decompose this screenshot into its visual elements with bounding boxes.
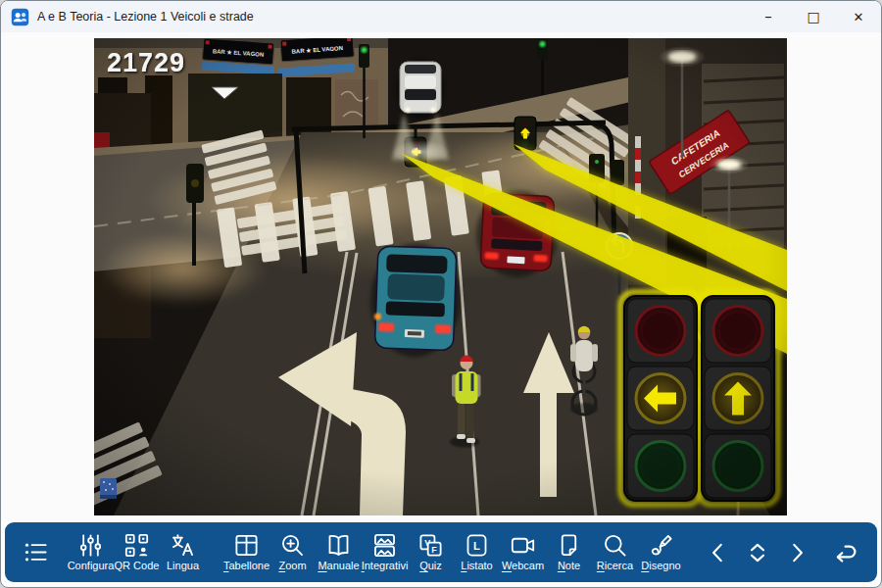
toolbar-label-configura: Configura — [68, 560, 115, 572]
qr-icon — [123, 532, 150, 559]
toolbar-label-note: Note — [558, 560, 580, 572]
toolbar-button-configura[interactable]: Configura — [68, 532, 114, 572]
nav-expand-button[interactable] — [738, 540, 777, 565]
webcam-icon — [510, 532, 536, 559]
toolbar-menu-button[interactable] — [15, 539, 56, 565]
note-icon — [556, 532, 582, 559]
minimize-button[interactable]: – — [746, 1, 791, 32]
svg-text:F: F — [431, 545, 437, 555]
app-icon — [11, 8, 29, 26]
lesson-illustration[interactable]: BAR ★ EL VAGON BAR ★ EL VAGON — [94, 38, 787, 515]
watermark-icon — [100, 478, 117, 499]
vignette — [94, 38, 787, 515]
svg-text:L: L — [473, 540, 480, 552]
lesson-code: 21729 — [107, 48, 185, 77]
images-icon — [371, 532, 398, 559]
sliders-icon — [77, 532, 104, 559]
titlebar: A e B Teoria - Lezione 1 Veicoli e strad… — [1, 1, 881, 32]
nav-previous-button[interactable] — [699, 540, 738, 565]
toolbar-button-listato[interactable]: LListato — [454, 532, 500, 572]
toolbar-label-quiz: Quiz — [419, 560, 442, 572]
app-window: A e B Teoria - Lezione 1 Veicoli e strad… — [0, 0, 882, 588]
grid-icon — [233, 532, 260, 559]
chevrons-up-down-icon — [745, 540, 770, 565]
toolbar-button-webcam[interactable]: Webcam — [500, 532, 546, 572]
window-controls: – □ ✕ — [746, 1, 881, 32]
toolbar-label-tabellone: Tabellone — [223, 560, 270, 572]
listato-l-icon: L — [464, 532, 490, 559]
toolbar-button-tabellone[interactable]: Tabellone — [223, 532, 270, 572]
toolbar-button-ricerca[interactable]: Ricerca — [592, 532, 638, 572]
toolbar: ConfiguraQR CodeLinguaTabelloneZoomManua… — [5, 522, 877, 582]
content-area: BAR ★ EL VAGON BAR ★ EL VAGON — [1, 32, 881, 521]
toolbar-button-zoom[interactable]: Zoom — [270, 532, 316, 572]
book-icon — [325, 532, 352, 559]
translate-icon — [170, 532, 196, 559]
toolbar-label-webcam: Webcam — [502, 560, 544, 572]
list-menu-icon — [23, 539, 49, 565]
toolbar-label-integrativi: Integrativi — [362, 560, 409, 572]
quiz-vf-icon: VF — [417, 532, 444, 559]
chevron-right-icon — [784, 540, 809, 565]
toolbar-label-disegno: Disegno — [641, 560, 680, 572]
maximize-button[interactable]: □ — [791, 1, 836, 32]
window-title: A e B Teoria - Lezione 1 Veicoli e strad… — [37, 10, 254, 24]
toolbar-button-manuale[interactable]: Manuale — [316, 532, 362, 572]
nav-return-button[interactable] — [822, 538, 867, 567]
return-arrow-icon — [830, 538, 859, 567]
search-icon — [602, 532, 628, 559]
toolbar-button-note[interactable]: Note — [546, 532, 592, 572]
toolbar-button-lingua[interactable]: Lingua — [160, 532, 206, 572]
toolbar-label-manuale: Manuale — [318, 560, 359, 572]
toolbar-label-lingua: Lingua — [167, 560, 199, 572]
toolbar-button-disegno[interactable]: Disegno — [638, 532, 684, 572]
toolbar-button-quiz[interactable]: VFQuiz — [408, 532, 454, 572]
nav-next-button[interactable] — [777, 540, 816, 565]
toolbar-label-zoom: Zoom — [278, 560, 306, 572]
toolbar-button-qrcode[interactable]: QR Code — [114, 532, 160, 572]
pen-icon — [648, 532, 674, 559]
toolbar-label-qrcode: QR Code — [115, 560, 160, 572]
zoom-in-icon — [279, 532, 306, 559]
toolbar-button-integrativi[interactable]: Integrativi — [362, 532, 408, 572]
chevron-left-icon — [706, 540, 731, 565]
toolbar-label-listato: Listato — [461, 560, 492, 572]
toolbar-label-ricerca: Ricerca — [597, 560, 633, 572]
close-button[interactable]: ✕ — [836, 1, 881, 32]
